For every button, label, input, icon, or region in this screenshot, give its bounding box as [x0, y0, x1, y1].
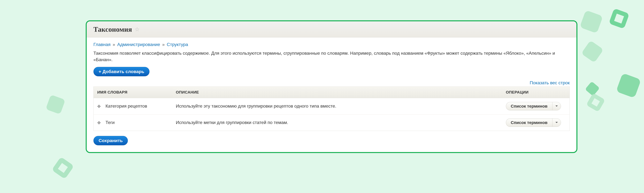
table-row: ✥ Категория рецептов Используйте эту так… [94, 98, 570, 114]
deco-shape [581, 40, 604, 63]
vocab-description: Используйте эту таксономию для группиров… [172, 98, 502, 114]
col-header-operations: ОПЕРАЦИИ [502, 87, 570, 98]
save-button[interactable]: Сохранить [94, 136, 128, 145]
list-terms-button[interactable]: Список терминов [506, 118, 552, 127]
operations-dropdown-toggle[interactable] [552, 118, 561, 127]
breadcrumb-separator: » [161, 42, 166, 47]
deco-shape [46, 95, 66, 114]
deco-shape [52, 157, 74, 179]
vocabulary-table: ИМЯ СЛОВАРЯ ОПИСАНИЕ ОПЕРАЦИИ ✥ Категори… [94, 87, 570, 131]
deco-shape [586, 93, 605, 112]
deco-shape [609, 8, 630, 29]
breadcrumb-link-home[interactable]: Главная [94, 42, 110, 47]
intro-text: Таксономия позволяет классифицировать со… [94, 50, 570, 63]
deco-shape [585, 81, 600, 96]
drag-handle-icon[interactable]: ✥ [97, 104, 102, 109]
col-header-name: ИМЯ СЛОВАРЯ [94, 87, 172, 98]
table-row: ✥ Теги Используйте метки для группировки… [94, 114, 570, 131]
breadcrumb-link-admin[interactable]: Администрирование [117, 42, 160, 47]
deco-shape [616, 73, 641, 98]
vocab-name: Категория рецептов [106, 104, 147, 109]
breadcrumb-separator: » [112, 42, 116, 47]
admin-panel: Таксономия ☆ Главная » Администрирование… [86, 20, 578, 153]
operations-dropbutton: Список терминов [506, 118, 566, 127]
favorite-star-icon[interactable]: ☆ [134, 26, 140, 32]
drag-handle-icon[interactable]: ✥ [97, 121, 102, 125]
breadcrumb-link-structure[interactable]: Структура [167, 42, 188, 47]
show-row-weights-link[interactable]: Показать вес строк [530, 80, 570, 85]
deco-shape [580, 10, 603, 33]
list-terms-button[interactable]: Список терминов [506, 102, 552, 110]
vocab-description: Используйте метки для группировки статей… [172, 114, 502, 131]
add-vocabulary-button[interactable]: + Добавить словарь [94, 67, 150, 76]
operations-dropdown-toggle[interactable] [552, 102, 561, 110]
operations-dropbutton: Список терминов [506, 102, 566, 110]
vocab-name: Теги [106, 120, 115, 125]
panel-header: Таксономия ☆ [87, 21, 576, 37]
page-title: Таксономия [94, 25, 132, 33]
col-header-description: ОПИСАНИЕ [172, 87, 502, 98]
breadcrumb: Главная » Администрирование » Структура [94, 42, 570, 47]
panel-body: Главная » Администрирование » Структура … [87, 37, 576, 152]
chevron-down-icon [555, 122, 558, 124]
chevron-down-icon [555, 105, 558, 107]
